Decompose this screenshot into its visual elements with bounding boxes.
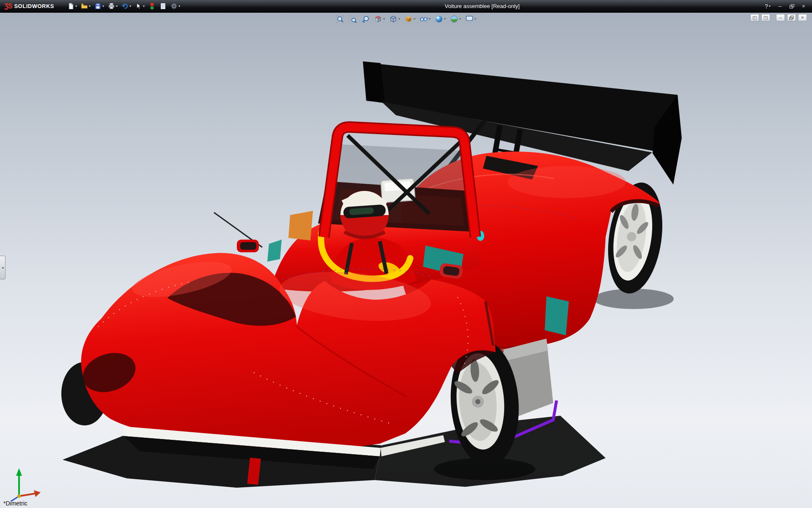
orientation-triad — [11, 468, 41, 501]
hide-show-items-button[interactable]: ▾ — [418, 14, 432, 24]
pane-toggle-left-button[interactable]: ◰ — [750, 14, 759, 21]
dropdown-caret: ▾ — [414, 17, 415, 21]
file-properties-icon — [159, 3, 167, 10]
dropdown-caret: ▾ — [383, 17, 385, 21]
pane-toggle-right-icon: ◳ — [763, 15, 768, 20]
doc-restore-icon — [789, 16, 794, 20]
rebuild-icon — [148, 3, 156, 10]
dropdown-caret: ▾ — [75, 5, 77, 8]
solidworks-logo-icon: ƷS — [4, 3, 12, 10]
view-settings-button[interactable]: ▾ — [464, 14, 477, 24]
help-icon: ? — [765, 3, 768, 9]
dropdown-caret: ▾ — [444, 17, 446, 21]
side-window-teal — [545, 296, 569, 335]
close-icon: × — [802, 3, 805, 9]
open-button[interactable]: ▾ — [80, 2, 92, 11]
dropdown-caret: ▾ — [178, 5, 180, 8]
view-orientation-icon — [389, 15, 398, 23]
dropdown-caret: ▾ — [429, 17, 431, 21]
solidworks-logo: ƷS SOLIDWORKS — [0, 3, 54, 10]
dropdown-caret: ▾ — [475, 17, 476, 21]
window-title: Voiture assemblee [Read-only] — [444, 3, 519, 9]
open-icon — [81, 3, 88, 10]
title-bar: ƷS SOLIDWORKS ▾ ▾ ▾ ▾ ▾ ▾ — [0, 0, 812, 13]
options-button[interactable]: ▾ — [169, 2, 181, 11]
doc-restore-button[interactable] — [787, 14, 796, 21]
section-view-button[interactable]: ▾ — [373, 14, 386, 24]
previous-view-icon — [361, 15, 370, 23]
previous-view-button[interactable] — [360, 14, 371, 24]
document-window-controls: ◰◳ –× — [750, 14, 807, 21]
zoom-to-fit-icon — [336, 15, 344, 23]
window-controls: – × — [775, 3, 809, 10]
help-button[interactable]: ? ▾ — [765, 3, 771, 9]
doc-close-button[interactable]: × — [798, 14, 807, 21]
apply-scene-button[interactable]: ▾ — [449, 14, 462, 24]
doc-window-buttons: –× — [776, 14, 807, 21]
pane-toggle-right-button[interactable]: ◳ — [761, 14, 770, 21]
dropdown-caret: ▾ — [116, 5, 118, 8]
file-properties-button[interactable] — [158, 2, 168, 11]
minimize-button[interactable]: – — [775, 3, 785, 10]
solidworks-logo-text: SOLIDWORKS — [14, 3, 54, 9]
display-style-button[interactable]: ▾ — [403, 14, 417, 24]
print-icon — [108, 3, 115, 10]
select-button[interactable]: ▾ — [134, 2, 146, 11]
hide-show-items-icon — [420, 15, 428, 23]
dropdown-caret: ▾ — [129, 5, 131, 8]
heads-up-view-toolbar: ▾ ▾ ▾ ▾ ▾ ▾ ▾ — [335, 14, 477, 24]
rebuild-button[interactable] — [147, 2, 157, 11]
file-toolbar: ▾ ▾ ▾ ▾ ▾ ▾ — [66, 2, 181, 11]
select-icon — [135, 3, 142, 10]
print-button[interactable]: ▾ — [107, 2, 119, 11]
view-orientation-label: *Dimetric — [3, 500, 27, 507]
restore-icon — [790, 4, 794, 8]
apply-scene-icon — [450, 15, 458, 23]
dropdown-caret: ▾ — [102, 5, 104, 8]
doc-minimize-icon: – — [779, 15, 782, 20]
zoom-to-area-icon — [348, 15, 357, 23]
close-button[interactable]: × — [798, 3, 809, 10]
section-view-icon — [374, 15, 382, 23]
display-style-icon — [404, 15, 413, 23]
pane-toggles: ◰◳ — [750, 14, 770, 21]
new-document-icon — [67, 3, 74, 10]
edit-appearance-icon — [435, 15, 443, 23]
dropdown-caret: ▾ — [459, 17, 461, 21]
undo-button[interactable]: ▾ — [120, 2, 132, 11]
doc-minimize-button[interactable]: – — [776, 14, 785, 21]
view-orientation-button[interactable]: ▾ — [388, 14, 401, 24]
cockpit-panel-teal-left — [267, 240, 282, 262]
zoom-to-area-button[interactable] — [347, 14, 358, 24]
doc-close-icon: × — [801, 15, 804, 20]
save-icon — [94, 3, 102, 10]
view-settings-icon — [465, 15, 474, 23]
dropdown-caret: ▾ — [143, 5, 145, 8]
dropdown-caret: ▾ — [89, 5, 91, 8]
dropdown-caret: ▾ — [398, 17, 400, 21]
new-document-button[interactable]: ▾ — [66, 2, 78, 11]
options-icon — [170, 3, 178, 10]
save-button[interactable]: ▾ — [93, 2, 105, 11]
zoom-to-fit-button[interactable] — [335, 14, 346, 24]
restore-button[interactable] — [787, 3, 797, 10]
car-body-front[interactable] — [78, 253, 496, 449]
dropdown-caret: ▾ — [769, 5, 771, 8]
cockpit-pad-orange — [288, 211, 313, 240]
helmet — [340, 191, 389, 239]
featuremanager-collapsed-tab[interactable]: ◂ — [0, 256, 5, 279]
undo-icon — [121, 3, 129, 10]
pane-toggle-left-icon: ◰ — [752, 15, 757, 20]
3d-viewport[interactable] — [0, 0, 812, 508]
edit-appearance-button[interactable]: ▾ — [433, 14, 447, 24]
minimize-icon: – — [778, 3, 781, 9]
